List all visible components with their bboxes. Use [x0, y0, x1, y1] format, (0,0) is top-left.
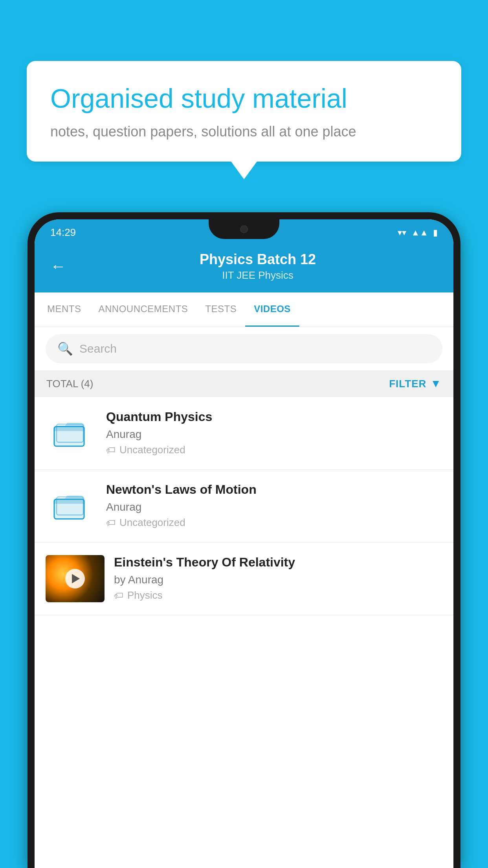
notch: [209, 219, 279, 239]
list-item[interactable]: Quantum Physics Anurag 🏷 Uncategorized: [35, 397, 453, 470]
tab-videos[interactable]: VIDEOS: [245, 292, 299, 327]
tabs-bar: MENTS ANNOUNCEMENTS TESTS VIDEOS: [35, 292, 453, 327]
video-info: Quantum Physics Anurag 🏷 Uncategorized: [106, 410, 442, 456]
video-tag: 🏷 Uncategorized: [106, 517, 442, 529]
video-title: Quantum Physics: [106, 410, 442, 424]
search-container: 🔍 Search: [35, 327, 453, 370]
video-title: Einstein's Theory Of Relativity: [114, 555, 442, 570]
status-bar: 14:29 ▾▾ ▲▲ ▮: [35, 219, 453, 243]
total-count: TOTAL (4): [46, 378, 93, 390]
search-icon: 🔍: [57, 341, 73, 356]
tag-icon: 🏷: [114, 590, 123, 601]
play-icon: [72, 574, 80, 583]
filter-icon: ▼: [430, 377, 442, 390]
tag-label: Uncategorized: [119, 444, 185, 456]
video-list: Quantum Physics Anurag 🏷 Uncategorized: [35, 397, 453, 868]
bubble-title: Organised study material: [50, 83, 438, 115]
video-tag: 🏷 Uncategorized: [106, 444, 442, 456]
folder-icon: [50, 486, 89, 526]
status-time: 14:29: [50, 226, 76, 239]
phone-frame: 14:29 ▾▾ ▲▲ ▮ ← Physics Batch 12 IIT JEE…: [28, 212, 460, 868]
video-info: Newton's Laws of Motion Anurag 🏷 Uncateg…: [106, 482, 442, 529]
header-subtitle: IIT JEE Physics: [78, 269, 438, 281]
signal-icon: ▲▲: [411, 228, 428, 238]
app-header: ← Physics Batch 12 IIT JEE Physics: [35, 243, 453, 292]
video-author: Anurag: [106, 428, 442, 441]
header-title: Physics Batch 12: [78, 251, 438, 268]
filter-button[interactable]: FILTER ▼: [389, 377, 442, 390]
phone-screen: 14:29 ▾▾ ▲▲ ▮ ← Physics Batch 12 IIT JEE…: [35, 219, 453, 868]
camera-dot: [240, 225, 248, 233]
video-title: Newton's Laws of Motion: [106, 482, 442, 497]
tag-icon: 🏷: [106, 445, 116, 456]
tag-icon: 🏷: [106, 517, 116, 528]
video-info: Einstein's Theory Of Relativity by Anura…: [114, 555, 442, 601]
play-button[interactable]: [65, 569, 85, 588]
list-item[interactable]: Einstein's Theory Of Relativity by Anura…: [35, 542, 453, 615]
video-author: by Anurag: [114, 574, 442, 586]
filter-bar: TOTAL (4) FILTER ▼: [35, 370, 453, 397]
header-title-block: Physics Batch 12 IIT JEE Physics: [78, 251, 438, 281]
list-item[interactable]: Newton's Laws of Motion Anurag 🏷 Uncateg…: [35, 470, 453, 542]
video-tag: 🏷 Physics: [114, 589, 442, 601]
search-bar[interactable]: 🔍 Search: [46, 334, 442, 363]
folder-icon: [50, 414, 89, 453]
speech-bubble: Organised study material notes, question…: [27, 61, 461, 162]
search-input[interactable]: Search: [79, 342, 117, 355]
video-thumbnail: [46, 555, 105, 602]
wifi-icon: ▾▾: [398, 228, 406, 238]
status-icons: ▾▾ ▲▲ ▮: [398, 228, 438, 238]
battery-icon: ▮: [433, 228, 438, 238]
tag-label: Uncategorized: [119, 517, 185, 529]
bubble-subtitle: notes, question papers, solutions all at…: [50, 123, 438, 140]
filter-label: FILTER: [389, 378, 426, 390]
speech-bubble-container: Organised study material notes, question…: [27, 61, 461, 162]
tab-announcements[interactable]: ANNOUNCEMENTS: [90, 292, 197, 327]
tab-tests[interactable]: TESTS: [196, 292, 245, 327]
tag-label: Physics: [127, 589, 163, 601]
back-button[interactable]: ←: [50, 257, 66, 275]
tab-ments[interactable]: MENTS: [39, 292, 90, 327]
video-author: Anurag: [106, 501, 442, 513]
